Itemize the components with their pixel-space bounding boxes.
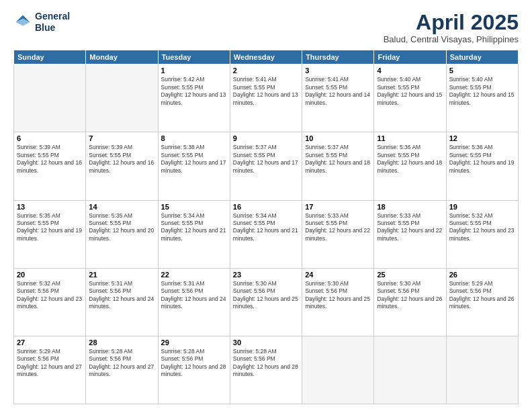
day-of-week-header: Sunday xyxy=(14,50,86,64)
day-number: 23 xyxy=(233,271,299,279)
calendar-cell: 28Sunrise: 5:28 AM Sunset: 5:56 PM Dayli… xyxy=(86,336,158,404)
calendar-cell: 3Sunrise: 5:41 AM Sunset: 5:55 PM Daylig… xyxy=(302,64,374,132)
day-of-week-header: Wednesday xyxy=(230,50,302,64)
day-detail: Sunrise: 5:33 AM Sunset: 5:55 PM Dayligh… xyxy=(305,212,371,243)
day-number: 11 xyxy=(377,134,443,142)
day-number: 21 xyxy=(89,271,154,279)
calendar-cell: 29Sunrise: 5:28 AM Sunset: 5:56 PM Dayli… xyxy=(158,336,230,404)
calendar-cell: 23Sunrise: 5:30 AM Sunset: 5:56 PM Dayli… xyxy=(230,268,302,336)
day-of-week-header: Tuesday xyxy=(158,50,230,64)
calendar-cell: 26Sunrise: 5:29 AM Sunset: 5:56 PM Dayli… xyxy=(446,268,518,336)
day-number: 29 xyxy=(161,338,227,347)
day-number: 13 xyxy=(17,203,83,211)
calendar-cell: 12Sunrise: 5:36 AM Sunset: 5:55 PM Dayli… xyxy=(446,132,518,200)
day-number: 5 xyxy=(449,66,515,75)
day-detail: Sunrise: 5:28 AM Sunset: 5:56 PM Dayligh… xyxy=(233,348,299,379)
day-number: 25 xyxy=(377,271,443,279)
calendar-cell: 2Sunrise: 5:41 AM Sunset: 5:55 PM Daylig… xyxy=(230,64,302,132)
calendar-cell: 19Sunrise: 5:32 AM Sunset: 5:55 PM Dayli… xyxy=(446,200,518,268)
day-number: 16 xyxy=(233,203,299,211)
calendar-cell: 24Sunrise: 5:30 AM Sunset: 5:56 PM Dayli… xyxy=(302,268,374,336)
day-detail: Sunrise: 5:41 AM Sunset: 5:55 PM Dayligh… xyxy=(233,76,299,107)
day-detail: Sunrise: 5:39 AM Sunset: 5:55 PM Dayligh… xyxy=(17,144,83,175)
day-detail: Sunrise: 5:36 AM Sunset: 5:55 PM Dayligh… xyxy=(377,144,443,175)
page: General Blue April 2025 Balud, Central V… xyxy=(0,0,532,411)
day-detail: Sunrise: 5:42 AM Sunset: 5:55 PM Dayligh… xyxy=(161,76,227,107)
day-detail: Sunrise: 5:38 AM Sunset: 5:55 PM Dayligh… xyxy=(161,144,227,175)
calendar-cell: 30Sunrise: 5:28 AM Sunset: 5:56 PM Dayli… xyxy=(230,336,302,404)
day-detail: Sunrise: 5:31 AM Sunset: 5:56 PM Dayligh… xyxy=(89,280,154,311)
day-detail: Sunrise: 5:41 AM Sunset: 5:55 PM Dayligh… xyxy=(305,76,371,107)
calendar-cell: 21Sunrise: 5:31 AM Sunset: 5:56 PM Dayli… xyxy=(86,268,158,336)
day-number: 28 xyxy=(89,338,154,347)
day-detail: Sunrise: 5:33 AM Sunset: 5:55 PM Dayligh… xyxy=(377,212,443,243)
calendar-cell: 13Sunrise: 5:35 AM Sunset: 5:55 PM Dayli… xyxy=(14,200,86,268)
day-number: 9 xyxy=(233,134,299,142)
day-number: 7 xyxy=(89,134,154,142)
calendar-week-row: 13Sunrise: 5:35 AM Sunset: 5:55 PM Dayli… xyxy=(14,200,519,268)
calendar-cell: 11Sunrise: 5:36 AM Sunset: 5:55 PM Dayli… xyxy=(374,132,446,200)
day-number: 17 xyxy=(305,203,371,211)
calendar-cell xyxy=(302,336,374,404)
day-of-week-header: Monday xyxy=(86,50,158,64)
day-detail: Sunrise: 5:29 AM Sunset: 5:56 PM Dayligh… xyxy=(17,348,83,379)
calendar-cell: 5Sunrise: 5:40 AM Sunset: 5:55 PM Daylig… xyxy=(446,64,518,132)
day-detail: Sunrise: 5:28 AM Sunset: 5:56 PM Dayligh… xyxy=(161,348,227,379)
calendar-cell: 25Sunrise: 5:30 AM Sunset: 5:56 PM Dayli… xyxy=(374,268,446,336)
day-detail: Sunrise: 5:35 AM Sunset: 5:55 PM Dayligh… xyxy=(17,212,83,243)
day-number: 8 xyxy=(161,134,227,142)
calendar-cell: 6Sunrise: 5:39 AM Sunset: 5:55 PM Daylig… xyxy=(14,132,86,200)
calendar-week-row: 1Sunrise: 5:42 AM Sunset: 5:55 PM Daylig… xyxy=(14,64,519,132)
day-number: 4 xyxy=(377,66,443,75)
calendar-cell: 10Sunrise: 5:37 AM Sunset: 5:55 PM Dayli… xyxy=(302,132,374,200)
day-number: 3 xyxy=(305,66,371,75)
logo: General Blue xyxy=(13,11,70,34)
subtitle: Balud, Central Visayas, Philippines xyxy=(384,34,519,44)
calendar-cell: 22Sunrise: 5:31 AM Sunset: 5:56 PM Dayli… xyxy=(158,268,230,336)
calendar-cell: 17Sunrise: 5:33 AM Sunset: 5:55 PM Dayli… xyxy=(302,200,374,268)
calendar-cell: 1Sunrise: 5:42 AM Sunset: 5:55 PM Daylig… xyxy=(158,64,230,132)
calendar-cell: 16Sunrise: 5:34 AM Sunset: 5:55 PM Dayli… xyxy=(230,200,302,268)
day-number: 18 xyxy=(377,203,443,211)
calendar-cell: 18Sunrise: 5:33 AM Sunset: 5:55 PM Dayli… xyxy=(374,200,446,268)
day-number: 20 xyxy=(17,271,83,279)
calendar-cell: 20Sunrise: 5:32 AM Sunset: 5:56 PM Dayli… xyxy=(14,268,86,336)
day-number: 14 xyxy=(89,203,154,211)
day-detail: Sunrise: 5:40 AM Sunset: 5:55 PM Dayligh… xyxy=(449,76,515,107)
calendar-cell xyxy=(374,336,446,404)
day-number: 12 xyxy=(449,134,515,142)
day-detail: Sunrise: 5:31 AM Sunset: 5:56 PM Dayligh… xyxy=(161,280,227,311)
day-detail: Sunrise: 5:34 AM Sunset: 5:55 PM Dayligh… xyxy=(161,212,227,243)
day-number: 22 xyxy=(161,271,227,279)
day-of-week-header: Friday xyxy=(374,50,446,64)
day-number: 19 xyxy=(449,203,515,211)
day-detail: Sunrise: 5:28 AM Sunset: 5:56 PM Dayligh… xyxy=(89,348,154,379)
day-detail: Sunrise: 5:40 AM Sunset: 5:55 PM Dayligh… xyxy=(377,76,443,107)
day-number: 1 xyxy=(161,66,227,75)
header: General Blue April 2025 Balud, Central V… xyxy=(13,11,519,44)
calendar-cell xyxy=(446,336,518,404)
day-detail: Sunrise: 5:36 AM Sunset: 5:55 PM Dayligh… xyxy=(449,144,515,175)
calendar-week-row: 27Sunrise: 5:29 AM Sunset: 5:56 PM Dayli… xyxy=(14,336,519,404)
logo-icon xyxy=(13,13,32,32)
main-title: April 2025 xyxy=(384,11,519,34)
logo-text: General Blue xyxy=(35,11,70,34)
calendar-week-row: 20Sunrise: 5:32 AM Sunset: 5:56 PM Dayli… xyxy=(14,268,519,336)
calendar-table: SundayMondayTuesdayWednesdayThursdayFrid… xyxy=(13,50,519,404)
day-detail: Sunrise: 5:32 AM Sunset: 5:56 PM Dayligh… xyxy=(17,280,83,311)
calendar-cell xyxy=(14,64,86,132)
day-number: 2 xyxy=(233,66,299,75)
title-block: April 2025 Balud, Central Visayas, Phili… xyxy=(384,11,519,44)
calendar-cell: 27Sunrise: 5:29 AM Sunset: 5:56 PM Dayli… xyxy=(14,336,86,404)
day-detail: Sunrise: 5:32 AM Sunset: 5:55 PM Dayligh… xyxy=(449,212,515,243)
day-detail: Sunrise: 5:37 AM Sunset: 5:55 PM Dayligh… xyxy=(233,144,299,175)
day-of-week-header: Thursday xyxy=(302,50,374,64)
calendar-week-row: 6Sunrise: 5:39 AM Sunset: 5:55 PM Daylig… xyxy=(14,132,519,200)
calendar-cell: 14Sunrise: 5:35 AM Sunset: 5:55 PM Dayli… xyxy=(86,200,158,268)
day-detail: Sunrise: 5:30 AM Sunset: 5:56 PM Dayligh… xyxy=(233,280,299,311)
calendar-cell: 15Sunrise: 5:34 AM Sunset: 5:55 PM Dayli… xyxy=(158,200,230,268)
calendar-cell: 8Sunrise: 5:38 AM Sunset: 5:55 PM Daylig… xyxy=(158,132,230,200)
day-of-week-header: Saturday xyxy=(446,50,518,64)
calendar-cell: 7Sunrise: 5:39 AM Sunset: 5:55 PM Daylig… xyxy=(86,132,158,200)
day-number: 27 xyxy=(17,338,83,347)
